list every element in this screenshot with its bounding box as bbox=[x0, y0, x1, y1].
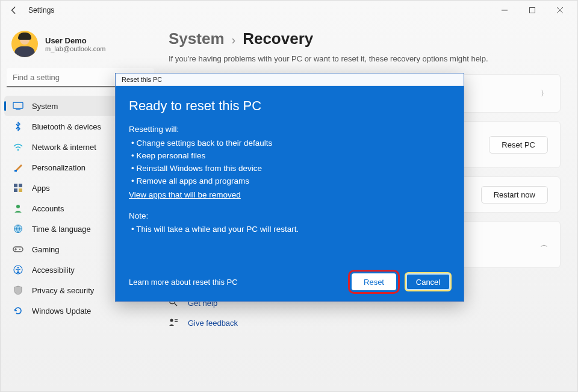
breadcrumb-parent[interactable]: System bbox=[169, 30, 225, 48]
svg-point-18 bbox=[17, 267, 19, 269]
accessibility-icon bbox=[13, 264, 23, 275]
reset-bullet: Keep personal files bbox=[131, 150, 450, 163]
dialog-titlebar: Reset this PC bbox=[116, 73, 464, 86]
profile-email: m_lab@outlook.com bbox=[45, 45, 105, 52]
gaming-icon bbox=[13, 244, 23, 255]
svg-rect-1 bbox=[530, 8, 535, 13]
reset-bullet: Change settings back to their defaults bbox=[131, 137, 450, 150]
reset-pc-button[interactable]: Reset PC bbox=[489, 136, 548, 154]
nav-label: Bluetooth & devices bbox=[32, 122, 101, 131]
breadcrumb: System › Recovery bbox=[169, 30, 561, 54]
svg-point-16 bbox=[19, 249, 20, 250]
svg-rect-11 bbox=[19, 188, 22, 192]
give-feedback-link[interactable]: Give feedback bbox=[169, 313, 561, 333]
svg-line-20 bbox=[175, 303, 178, 306]
person-icon bbox=[13, 203, 23, 214]
breadcrumb-current: Recovery bbox=[243, 30, 313, 48]
dialog-footer: Learn more about reset this PC Reset Can… bbox=[129, 236, 450, 290]
nav-label: Network & internet bbox=[32, 143, 96, 152]
nav-label: System bbox=[32, 102, 58, 111]
brush-icon bbox=[13, 162, 23, 173]
nav-label: Gaming bbox=[32, 245, 60, 254]
back-button[interactable] bbox=[4, 1, 23, 20]
profile-block[interactable]: User Demo m_lab@outlook.com bbox=[1, 27, 160, 68]
resetting-will-label: Resetting will: bbox=[129, 123, 450, 136]
view-apps-link[interactable]: View apps that will be removed bbox=[129, 189, 241, 202]
close-button[interactable] bbox=[546, 1, 574, 20]
breadcrumb-separator: › bbox=[232, 33, 236, 47]
settings-window: Settings User Demo m_lab@outlook.com bbox=[0, 0, 578, 392]
svg-point-12 bbox=[16, 205, 20, 208]
nav-label: Accounts bbox=[32, 204, 64, 213]
svg-rect-8 bbox=[14, 184, 17, 187]
titlebar: Settings bbox=[1, 1, 577, 20]
apps-icon bbox=[13, 182, 23, 193]
bluetooth-icon bbox=[13, 121, 23, 132]
maximize-button[interactable] bbox=[518, 1, 546, 20]
avatar-icon bbox=[11, 31, 38, 57]
reset-button[interactable]: Reset bbox=[352, 273, 396, 290]
dialog-heading: Ready to reset this PC bbox=[129, 98, 450, 114]
globe-icon bbox=[13, 223, 23, 234]
nav-label: Privacy & security bbox=[32, 286, 94, 295]
wifi-icon bbox=[13, 142, 23, 152]
nav-label: Apps bbox=[32, 184, 50, 193]
nav-windows-update[interactable]: Windows Update bbox=[4, 300, 157, 321]
note-bullet: This will take a while and your PC will … bbox=[131, 223, 450, 236]
minimize-button[interactable] bbox=[491, 1, 518, 20]
svg-rect-4 bbox=[13, 102, 23, 108]
reset-bullet: Remove all apps and programs bbox=[131, 175, 450, 188]
reset-this-pc-dialog: Reset this PC Ready to reset this PC Res… bbox=[115, 73, 464, 302]
nav-label: Accessibility bbox=[32, 266, 75, 275]
window-controls bbox=[491, 1, 574, 20]
note-label: Note: bbox=[129, 210, 450, 223]
give-feedback-label: Give feedback bbox=[188, 319, 238, 328]
page-subtitle: If you're having problems with your PC o… bbox=[169, 54, 561, 74]
svg-point-6 bbox=[17, 149, 19, 151]
feedback-icon bbox=[169, 317, 179, 329]
reset-bullet: Reinstall Windows from this device bbox=[131, 163, 450, 175]
system-icon bbox=[13, 101, 23, 111]
svg-rect-10 bbox=[14, 188, 17, 192]
restart-now-button[interactable]: Restart now bbox=[481, 186, 548, 204]
dialog-body: Ready to reset this PC Resetting will: C… bbox=[116, 86, 464, 301]
reset-bullets: Change settings back to their defaults K… bbox=[129, 137, 450, 188]
update-icon bbox=[13, 305, 23, 316]
svg-point-21 bbox=[170, 319, 173, 322]
nav-label: Personalization bbox=[32, 163, 85, 172]
chevron-right-icon: 〉 bbox=[541, 89, 548, 99]
svg-rect-9 bbox=[19, 184, 22, 187]
nav-label: Time & language bbox=[32, 225, 91, 234]
shield-icon bbox=[13, 285, 23, 296]
chevron-up-icon: ︿ bbox=[541, 240, 548, 250]
learn-more-link[interactable]: Learn more about reset this PC bbox=[129, 278, 238, 287]
window-title: Settings bbox=[28, 6, 54, 14]
profile-name: User Demo bbox=[45, 36, 105, 45]
cancel-button[interactable]: Cancel bbox=[406, 273, 450, 290]
nav-label: Windows Update bbox=[32, 306, 91, 316]
svg-rect-7 bbox=[14, 170, 17, 172]
